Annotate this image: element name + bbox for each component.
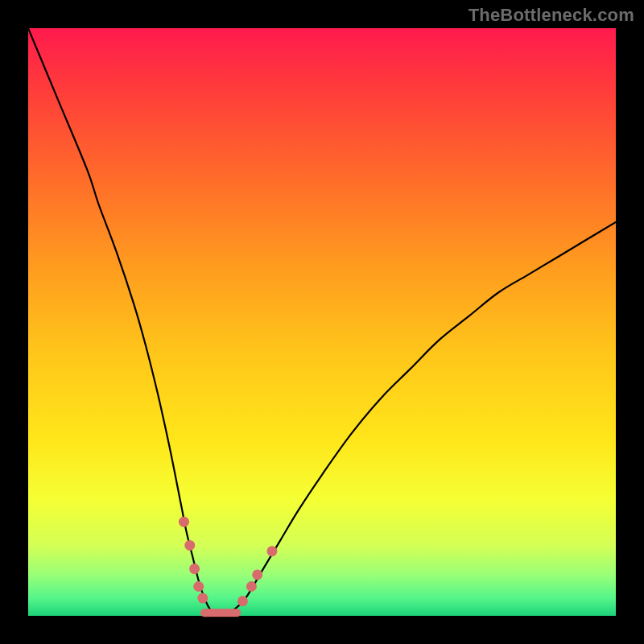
curve-marker <box>189 564 200 574</box>
plot-area <box>28 28 616 616</box>
chart-frame: TheBottleneck.com <box>0 0 644 644</box>
curve-marker <box>266 546 277 556</box>
watermark-text: TheBottleneck.com <box>469 5 634 26</box>
chart-svg <box>28 28 616 616</box>
bottleneck-curve <box>28 28 616 617</box>
curve-marker <box>246 581 257 592</box>
curve-marker <box>193 581 204 592</box>
curve-marker <box>179 517 189 527</box>
curve-marker <box>184 540 195 551</box>
curve-marker <box>252 569 262 580</box>
curve-marker <box>197 593 208 604</box>
curve-marker <box>237 596 248 606</box>
